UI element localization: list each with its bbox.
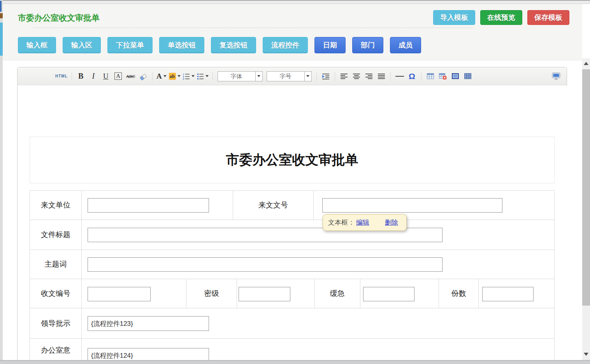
source-unit-input[interactable] [88, 198, 209, 213]
source-code-button[interactable]: HTML [55, 71, 68, 82]
widget-buttons-row: 输入框 输入区 下拉菜单 单选按钮 复选按钮 流程控件 日期 部门 成员 [18, 37, 421, 53]
scroll-down-button[interactable] [582, 349, 590, 359]
source-doc-no-input[interactable] [322, 198, 502, 213]
widget-flow-control-button[interactable]: 流程控件 [263, 37, 308, 53]
chevron-down-icon [163, 75, 167, 77]
page-title: 市委办公室收文审批单 [18, 12, 100, 23]
edit-link[interactable]: 编辑 [356, 218, 369, 227]
leader-comments-input[interactable] [88, 316, 209, 331]
underline-button[interactable]: U [101, 71, 111, 82]
widget-checkbox-button[interactable]: 复选按钮 [211, 37, 256, 53]
widget-department-button[interactable]: 部门 [352, 37, 383, 53]
toolbar-separator [72, 72, 72, 81]
unordered-list-icon [197, 73, 204, 80]
toolbar-separator [212, 72, 213, 81]
rich-text-editor: HTML B I U A ABC A ab 1 2 [17, 67, 567, 364]
cell-grid-icon [464, 73, 471, 79]
template-actions: 导入模板 在线预览 保存模板 [433, 10, 569, 25]
align-center-button[interactable] [351, 71, 362, 82]
scrollbar-thumb[interactable] [582, 69, 590, 306]
delete-link[interactable]: 删除 [385, 218, 398, 227]
ordered-list-button[interactable]: 1 2 3 [183, 71, 195, 82]
highlight-color-button[interactable]: ab [169, 71, 181, 82]
window-edge-sliver [0, 0, 3, 364]
scroll-up-button[interactable] [582, 58, 590, 69]
table-properties-button[interactable] [450, 71, 460, 82]
align-right-button[interactable] [364, 71, 374, 82]
delete-table-button[interactable] [438, 71, 448, 82]
toolbar-separator [152, 72, 153, 81]
special-char-button[interactable]: Ω [407, 71, 417, 82]
widget-input-box-button[interactable]: 输入框 [18, 37, 56, 53]
bold-button[interactable]: B [76, 71, 86, 82]
label-office-opinion: 办公室意 [41, 345, 70, 355]
document-title-block: 市委办公室收文审批单 [30, 137, 555, 183]
editor-document[interactable]: 市委办公室收文审批单 来文单位 来文文号 文件标题 主题词 [18, 86, 567, 364]
toolbar-separator [316, 72, 317, 81]
horizontal-rule-button[interactable] [395, 71, 405, 82]
label-leader-comments: 领导批示 [41, 318, 70, 329]
font-family-select[interactable]: 字体 [218, 71, 263, 81]
receive-no-input[interactable] [88, 287, 151, 301]
cell-properties-button[interactable] [463, 71, 473, 82]
insert-table-button[interactable] [425, 71, 435, 82]
editor-toolbar: HTML B I U A ABC A ab 1 2 [18, 67, 567, 85]
copies-input[interactable] [482, 287, 534, 301]
widget-date-button[interactable]: 日期 [314, 37, 346, 53]
label-copies: 份数 [451, 288, 466, 299]
arrow-up-icon [584, 62, 588, 65]
toolbar-separator [335, 72, 335, 81]
svg-text:3: 3 [183, 78, 184, 80]
align-justify-button[interactable] [376, 71, 386, 82]
window-edge-fragment [0, 13, 3, 18]
align-center-icon [353, 73, 360, 79]
italic-button[interactable]: I [88, 71, 98, 82]
toolbar-separator [421, 72, 421, 81]
widget-textarea-button[interactable]: 输入区 [63, 37, 101, 53]
vertical-scrollbar[interactable] [582, 58, 590, 364]
save-template-button[interactable]: 保存模板 [527, 10, 569, 25]
browser-chrome-sliver [0, 0, 590, 4]
label-source-doc-no: 来文文号 [258, 200, 288, 210]
align-left-button[interactable] [339, 71, 349, 82]
divider [33, 28, 474, 28]
label-source-unit: 来文单位 [41, 200, 70, 210]
secrecy-level-input[interactable] [239, 287, 290, 301]
chevron-down-icon [255, 72, 262, 81]
strikethrough-button[interactable]: ABC [126, 71, 136, 82]
label-file-title: 文件标题 [41, 230, 70, 240]
unordered-list-button[interactable] [197, 71, 209, 82]
subject-words-input[interactable] [88, 257, 442, 272]
label-secrecy-level: 密级 [204, 288, 219, 299]
urgency-input[interactable] [363, 287, 414, 301]
font-size-select[interactable]: 字号 [267, 71, 312, 81]
char-border-button[interactable]: A [114, 72, 122, 80]
form-table: 来文单位 来文文号 文件标题 主题词 收文编号 密级 [30, 190, 555, 364]
label-receive-no: 收文编号 [41, 288, 70, 299]
import-template-button[interactable]: 导入模板 [433, 10, 475, 25]
align-right-icon [365, 73, 372, 79]
label-urgency: 缓急 [330, 288, 345, 299]
monitor-icon [552, 72, 560, 80]
table-properties-icon [452, 73, 459, 79]
horizontal-rule-icon [395, 76, 404, 77]
widget-dropdown-button[interactable]: 下拉菜单 [107, 37, 153, 53]
screen: 市委办公室收文审批单 导入模板 在线预览 保存模板 输入框 输入区 下拉菜单 单… [0, 0, 590, 364]
chevron-down-icon [177, 75, 181, 77]
chevron-down-icon [304, 72, 311, 81]
chevron-down-icon [191, 75, 195, 77]
arrow-down-icon [584, 353, 588, 356]
indent-icon [322, 73, 330, 80]
widget-member-button[interactable]: 成员 [390, 37, 421, 53]
align-left-icon [341, 73, 348, 79]
widget-radio-button[interactable]: 单选按钮 [159, 37, 204, 53]
fullscreen-button[interactable] [551, 71, 561, 82]
eraser-icon [139, 72, 147, 80]
window-edge-fragment [0, 23, 3, 56]
indent-button[interactable] [321, 71, 331, 82]
ordered-list-icon: 1 2 3 [183, 73, 190, 80]
remove-format-button[interactable] [138, 71, 148, 82]
tooltip-label: 文本框： [328, 218, 355, 227]
online-preview-button[interactable]: 在线预览 [480, 10, 522, 25]
font-color-button[interactable]: A [156, 71, 167, 82]
